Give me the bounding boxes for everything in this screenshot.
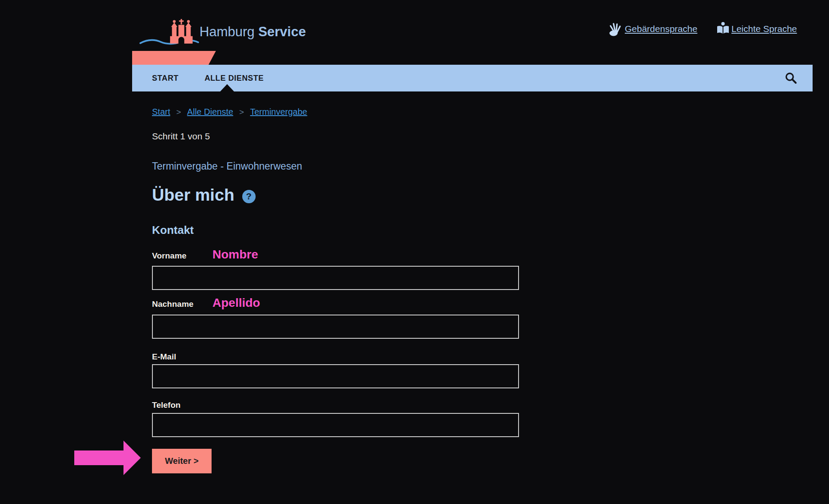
page-title-row: Über mich ? bbox=[152, 186, 256, 205]
help-icon[interactable]: ? bbox=[242, 190, 256, 203]
search-button[interactable] bbox=[784, 71, 798, 85]
nachname-input[interactable] bbox=[152, 315, 519, 339]
page: Hamburg Service Gebärdensprache Leichte … bbox=[0, 0, 829, 504]
email-label-row: E-Mail bbox=[152, 349, 519, 362]
vorname-label-row: Vorname Nombre bbox=[152, 248, 519, 261]
search-icon bbox=[784, 71, 798, 85]
easy-language-label: Leichte Sprache bbox=[731, 24, 797, 34]
telefon-input[interactable] bbox=[152, 413, 519, 437]
sign-language-link[interactable]: Gebärdensprache bbox=[608, 22, 697, 36]
breadcrumb-separator: > bbox=[239, 107, 244, 117]
breadcrumb-alle-dienste[interactable]: Alle Dienste bbox=[187, 107, 233, 117]
breadcrumb-separator: > bbox=[176, 107, 181, 117]
weiter-button[interactable]: Weiter > bbox=[152, 449, 212, 473]
telefon-label-row: Telefon bbox=[152, 397, 519, 411]
breadcrumb-terminvergabe[interactable]: Terminvergabe bbox=[250, 107, 307, 117]
easy-language-link[interactable]: Leichte Sprache bbox=[716, 22, 797, 36]
step-indicator: Schritt 1 von 5 bbox=[152, 131, 210, 142]
vorname-label: Vorname bbox=[152, 251, 187, 261]
vorname-input[interactable] bbox=[152, 266, 519, 290]
nav-item-alle-dienste[interactable]: ALLE DIENSTE bbox=[205, 74, 264, 83]
main-navigation: START ALLE DIENSTE bbox=[132, 65, 813, 91]
breadcrumb: Start > Alle Dienste > Terminvergabe bbox=[152, 107, 307, 117]
page-title: Über mich bbox=[152, 186, 234, 205]
hamburg-castle-logo-icon bbox=[169, 18, 194, 45]
nav-accent-shape bbox=[132, 51, 216, 65]
sign-language-icon bbox=[608, 22, 623, 36]
service-title: Terminvergabe - Einwohnerwesen bbox=[152, 161, 302, 172]
email-label: E-Mail bbox=[152, 352, 176, 362]
nachname-label: Nachname bbox=[152, 299, 193, 309]
easy-language-icon bbox=[716, 22, 730, 36]
brand-name-regular: Hamburg bbox=[199, 24, 255, 39]
nachname-label-row: Nachname Apellido bbox=[152, 296, 519, 310]
active-tab-notch bbox=[220, 84, 234, 91]
nachname-annotation: Apellido bbox=[212, 296, 260, 310]
sign-language-label: Gebärdensprache bbox=[625, 24, 697, 34]
brand-title: Hamburg Service bbox=[199, 22, 306, 42]
vorname-annotation: Nombre bbox=[212, 248, 258, 261]
telefon-label: Telefon bbox=[152, 400, 180, 410]
breadcrumb-start[interactable]: Start bbox=[152, 107, 170, 117]
section-title-kontakt: Kontakt bbox=[152, 224, 194, 237]
annotation-arrow-icon bbox=[73, 439, 143, 476]
brand-name-bold: Service bbox=[258, 24, 306, 39]
email-input[interactable] bbox=[152, 364, 519, 388]
nav-item-start[interactable]: START bbox=[152, 74, 179, 83]
